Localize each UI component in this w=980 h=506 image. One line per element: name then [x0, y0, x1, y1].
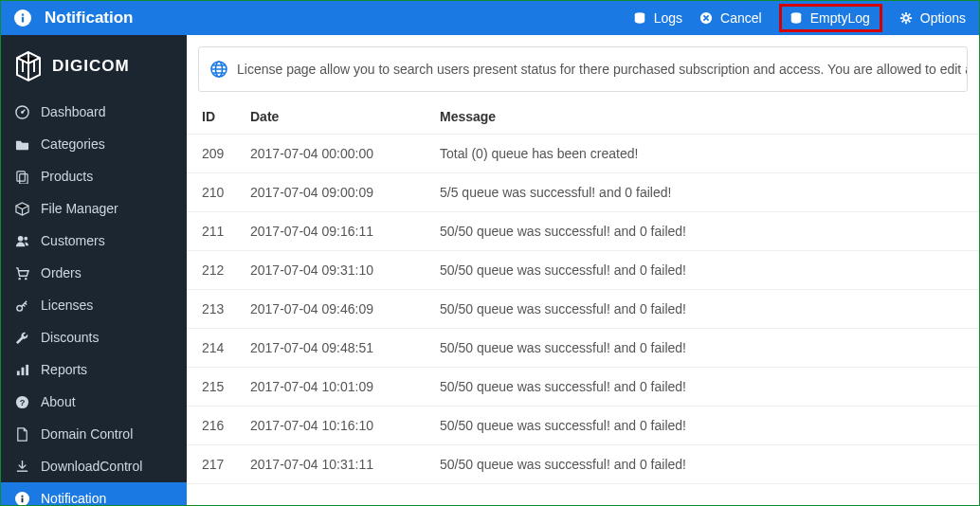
info-icon — [14, 492, 29, 506]
cell-id: 212 — [187, 251, 239, 290]
cell-date: 2017-07-04 09:31:10 — [239, 251, 428, 290]
sidebar-item-discounts[interactable]: Discounts — [1, 321, 187, 353]
wrench-icon — [14, 331, 29, 345]
sidebar-item-label: File Manager — [41, 201, 118, 216]
topbar: Notification Logs Cancel EmptyLog Option… — [1, 1, 979, 35]
sidebar-item-label: Licenses — [41, 298, 93, 313]
cell-date: 2017-07-04 09:48:51 — [239, 329, 428, 368]
sidebar-item-reports[interactable]: Reports — [1, 353, 187, 386]
sidebar-item-label: DownloadControl — [41, 459, 142, 474]
cell-date: 2017-07-04 09:16:11 — [239, 212, 428, 251]
globe-icon — [210, 61, 227, 78]
cell-message: 50/50 queue was successful! and 0 failed… — [428, 251, 979, 290]
table-row[interactable]: 2122017-07-04 09:31:1050/50 queue was su… — [187, 251, 979, 290]
content: License page allow you to search users p… — [187, 35, 979, 505]
sidebar-item-label: Orders — [41, 265, 82, 280]
sidebar-item-customers[interactable]: Customers — [1, 225, 187, 257]
logs-button[interactable]: Logs — [633, 10, 682, 26]
sidebar-item-label: Domain Control — [41, 426, 133, 442]
options-label: Options — [920, 10, 966, 26]
brand-label: DIGICOM — [52, 57, 130, 76]
options-button[interactable]: Options — [899, 10, 966, 26]
sidebar-item-about[interactable]: About — [1, 386, 187, 418]
brand[interactable]: DIGICOM — [1, 35, 187, 96]
cell-id: 209 — [187, 135, 239, 173]
sidebar-item-domain-control[interactable]: Domain Control — [1, 418, 187, 450]
cell-message: 50/50 queue was successful! and 0 failed… — [428, 445, 979, 484]
table-row[interactable]: 2142017-07-04 09:48:5150/50 queue was su… — [187, 329, 979, 368]
cell-id: 213 — [187, 290, 239, 329]
cancel-label: Cancel — [720, 10, 762, 26]
table-row[interactable]: 2132017-07-04 09:46:0950/50 queue was su… — [187, 290, 979, 329]
cell-message: 50/50 queue was successful! and 0 failed… — [428, 212, 979, 251]
cell-message: Total (0) queue has been created! — [428, 135, 979, 173]
table-row[interactable]: 2172017-07-04 10:31:1150/50 queue was su… — [187, 445, 979, 484]
sidebar-item-licenses[interactable]: Licenses — [1, 289, 187, 321]
cell-date: 2017-07-04 09:00:09 — [239, 173, 428, 212]
bar-icon — [14, 363, 29, 377]
logs-table: ID Date Message 2092017-07-04 00:00:00To… — [187, 99, 979, 484]
key-icon — [14, 298, 29, 313]
cart-icon — [14, 266, 29, 280]
cell-message: 5/5 queue was successful! and 0 failed! — [428, 173, 979, 212]
emptylog-highlight: EmptyLog — [779, 4, 882, 32]
col-id[interactable]: ID — [187, 99, 239, 135]
cell-id: 210 — [187, 173, 239, 212]
sidebar-item-label: Dashboard — [41, 104, 106, 119]
sidebar-item-downloadcontrol[interactable]: DownloadControl — [1, 450, 187, 482]
cell-date: 2017-07-04 10:31:11 — [239, 445, 428, 484]
col-message[interactable]: Message — [428, 99, 979, 135]
users-icon — [14, 234, 29, 248]
table-row[interactable]: 2162017-07-04 10:16:1050/50 queue was su… — [187, 407, 979, 445]
sidebar-item-notification[interactable]: Notification — [1, 482, 187, 505]
cell-message: 50/50 queue was successful! and 0 failed… — [428, 407, 979, 445]
doc-icon — [14, 427, 29, 442]
sidebar-item-label: Categories — [41, 136, 105, 152]
page-title: Notification — [45, 9, 134, 27]
sidebar-item-label: Customers — [41, 233, 105, 248]
cell-date: 2017-07-04 10:16:10 — [239, 407, 428, 445]
sidebar-item-orders[interactable]: Orders — [1, 257, 187, 289]
cell-message: 50/50 queue was successful! and 0 failed… — [428, 290, 979, 329]
sidebar-item-dashboard[interactable]: Dashboard — [1, 96, 187, 128]
gear-icon — [899, 11, 913, 25]
database-icon — [633, 11, 646, 25]
dashboard-icon — [14, 105, 29, 119]
emptylog-label: EmptyLog — [810, 10, 870, 26]
sidebar-item-label: Reports — [41, 362, 87, 377]
cancel-icon — [699, 11, 713, 25]
emptylog-button[interactable]: EmptyLog — [789, 10, 870, 26]
folder-icon — [14, 137, 29, 152]
table-row[interactable]: 2092017-07-04 00:00:00Total (0) queue ha… — [187, 135, 979, 173]
logo-icon — [14, 50, 43, 82]
copy-icon — [14, 170, 29, 184]
cell-id: 214 — [187, 329, 239, 368]
cell-id: 217 — [187, 445, 239, 484]
info-icon — [14, 9, 31, 27]
package-icon — [14, 202, 29, 216]
cell-message: 50/50 queue was successful! and 0 failed… — [428, 368, 979, 407]
cancel-button[interactable]: Cancel — [699, 10, 762, 26]
sidebar-item-file-manager[interactable]: File Manager — [1, 192, 187, 225]
table-row[interactable]: 2152017-07-04 10:01:0950/50 queue was su… — [187, 368, 979, 407]
cell-id: 216 — [187, 407, 239, 445]
question-icon — [14, 395, 29, 409]
sidebar-item-label: About — [41, 394, 76, 409]
sidebar-item-label: Discounts — [41, 330, 99, 345]
sidebar: DIGICOM DashboardCategoriesProductsFile … — [1, 35, 187, 505]
cell-date: 2017-07-04 09:46:09 — [239, 290, 428, 329]
cell-date: 2017-07-04 00:00:00 — [239, 135, 428, 173]
info-banner: License page allow you to search users p… — [198, 46, 968, 92]
cell-id: 211 — [187, 212, 239, 251]
table-row[interactable]: 2112017-07-04 09:16:1150/50 queue was su… — [187, 212, 979, 251]
download-icon — [14, 460, 29, 474]
table-row[interactable]: 2102017-07-04 09:00:095/5 queue was succ… — [187, 173, 979, 212]
sidebar-item-products[interactable]: Products — [1, 160, 187, 192]
sidebar-item-categories[interactable]: Categories — [1, 128, 187, 160]
sidebar-item-label: Products — [41, 169, 93, 184]
col-date[interactable]: Date — [239, 99, 428, 135]
cell-date: 2017-07-04 10:01:09 — [239, 368, 428, 407]
sidebar-item-label: Notification — [41, 491, 106, 505]
cell-message: 50/50 queue was successful! and 0 failed… — [428, 329, 979, 368]
cell-id: 215 — [187, 368, 239, 407]
